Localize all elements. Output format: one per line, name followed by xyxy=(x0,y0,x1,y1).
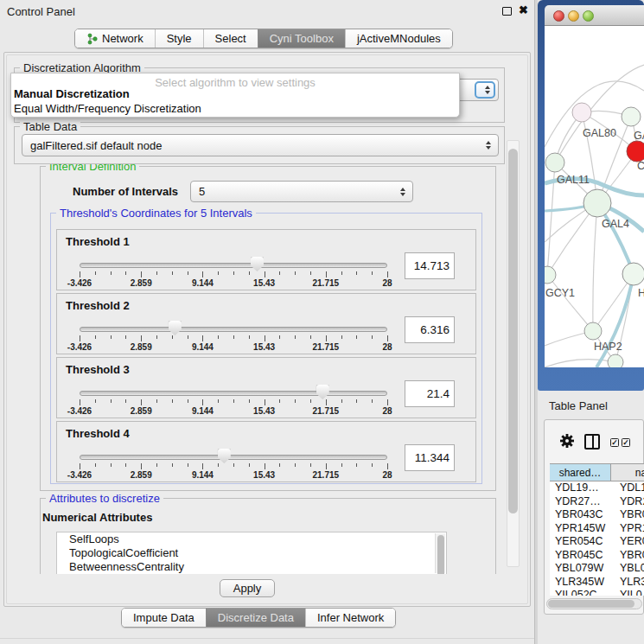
checkbox-icon[interactable]: ✓ xyxy=(610,438,619,447)
network-node[interactable] xyxy=(545,266,556,284)
checkbox-icon[interactable]: ✓ xyxy=(622,438,630,447)
zoom-traffic-light-icon[interactable] xyxy=(583,10,594,22)
combo-stepper-focused[interactable] xyxy=(475,81,495,99)
table-rows: YDL19…YDL1YDR27…YDR2YBR043CYBR0YPR145WYP… xyxy=(550,481,644,596)
main-scrollbar-thumb[interactable] xyxy=(508,149,518,513)
tab-label: Infer Network xyxy=(317,609,384,628)
table-row[interactable]: YBR043CYBR0 xyxy=(550,508,644,522)
node-label: GAL11 xyxy=(557,174,590,186)
numerical-attributes-list[interactable]: SelfLoopsTopologicalCoefficientBetweenne… xyxy=(56,532,447,574)
slider-track[interactable] xyxy=(80,391,387,396)
network-edge[interactable] xyxy=(596,274,634,367)
tick-mark xyxy=(356,463,357,467)
slider-thumb[interactable] xyxy=(169,321,182,335)
table-header-cell[interactable]: na xyxy=(611,464,644,481)
slider-thumb[interactable] xyxy=(218,449,231,463)
tick-mark xyxy=(233,399,234,403)
network-node[interactable] xyxy=(608,354,623,367)
tab-discretize-data[interactable]: Discretize Data xyxy=(206,609,305,627)
tab-jactivemnodules[interactable]: jActiveMNodules xyxy=(345,29,452,48)
horizontal-scrollbar-thumb[interactable] xyxy=(548,600,634,608)
network-edge[interactable] xyxy=(545,360,615,367)
attributes-group: Attributes to discretize Numerical Attri… xyxy=(40,498,496,574)
tick-mark xyxy=(341,271,342,275)
network-node[interactable] xyxy=(627,141,644,162)
tick-mark xyxy=(279,463,280,467)
slider-track[interactable] xyxy=(80,263,387,268)
tab-impute-data[interactable]: Impute Data xyxy=(122,609,206,627)
tab-network[interactable]: Network xyxy=(75,29,155,48)
tick-label: 15.43 xyxy=(239,342,290,352)
table-row[interactable]: YBR045CYBR0 xyxy=(550,549,644,563)
slider-thumb[interactable] xyxy=(316,385,329,399)
network-node[interactable] xyxy=(572,103,591,122)
slider-track[interactable] xyxy=(80,327,387,332)
table-header-cell[interactable]: shared… xyxy=(550,464,611,481)
table-row[interactable]: YER054CYER0 xyxy=(550,535,644,549)
tab-cyni-toolbox[interactable]: Cyni Toolbox xyxy=(258,29,345,48)
table-row[interactable]: YBL079WYBL0 xyxy=(550,562,644,576)
list-scrollbar[interactable] xyxy=(435,533,445,573)
group-label: Table Data xyxy=(20,120,80,133)
list-item-betweennesscentrality[interactable]: BetweennessCentrality xyxy=(57,560,446,574)
table-row[interactable]: YLR345WYLR3 xyxy=(550,576,644,590)
tick-label: 2.859 xyxy=(115,342,167,352)
tab-style[interactable]: Style xyxy=(155,29,203,48)
tick-label: 9.144 xyxy=(176,342,228,352)
network-node[interactable] xyxy=(622,107,641,126)
threshold-value-field[interactable]: 14.713 xyxy=(405,252,455,279)
horizontal-scrollbar[interactable] xyxy=(546,598,642,609)
settings-scroll-area: Interval Definition Number of Intervals … xyxy=(7,164,505,574)
table-row[interactable]: YIL052CYIL0 xyxy=(550,589,644,596)
list-item-topologicalcoefficient[interactable]: TopologicalCoefficient xyxy=(57,546,446,560)
list-item-selfloops[interactable]: SelfLoops xyxy=(57,532,446,546)
table-data-selected-value: galFiltered.sif default node xyxy=(30,139,162,152)
close-icon[interactable]: ✖ xyxy=(519,3,528,16)
popup-item-manual-discretization[interactable]: Manual Discretization xyxy=(14,87,130,100)
table-data-group: Table Data galFiltered.sif default node xyxy=(14,126,505,164)
control-panel: Control Panel ✖ NetworkStyleSelectCyni T… xyxy=(0,0,534,644)
tab-infer-network[interactable]: Infer Network xyxy=(305,609,395,627)
number-of-intervals-combobox[interactable]: 5 xyxy=(190,181,413,202)
slider-track[interactable] xyxy=(80,455,387,460)
network-edge[interactable] xyxy=(593,203,597,331)
float-window-icon[interactable] xyxy=(502,7,512,16)
tab-select[interactable]: Select xyxy=(203,29,258,48)
threshold-value-field[interactable]: 6.316 xyxy=(405,316,455,343)
network-window-titlebar[interactable] xyxy=(545,5,644,26)
threshold-value-field[interactable]: 11.344 xyxy=(405,444,455,471)
combo-stepper-icon xyxy=(400,188,405,196)
tick-label: 2.859 xyxy=(115,470,167,480)
table-cell: YBR0 xyxy=(611,508,644,522)
network-node[interactable] xyxy=(545,153,564,172)
apply-button[interactable]: Apply xyxy=(220,579,275,597)
popup-item-equal-width-frequency-discretization[interactable]: Equal Width/Frequency Discretization xyxy=(14,102,201,115)
threshold-value-field[interactable]: 21.4 xyxy=(405,380,455,407)
table-row[interactable]: YPR145WYPR1 xyxy=(550,522,644,536)
tick-label: 9.144 xyxy=(176,470,228,480)
column-layout-icon[interactable] xyxy=(584,434,600,450)
tick-mark xyxy=(233,271,234,275)
network-node[interactable] xyxy=(584,322,602,340)
slider-thumb[interactable] xyxy=(251,257,264,271)
tick-mark xyxy=(95,399,96,403)
tick-label: 21.715 xyxy=(300,470,352,480)
network-canvas[interactable]: GAL80GACGAL11GAL4GCY1HHAP2 xyxy=(545,26,644,367)
node-label: GAL4 xyxy=(602,218,629,230)
tick-mark xyxy=(80,463,80,469)
tick-mark xyxy=(202,463,203,469)
network-node[interactable] xyxy=(583,189,611,217)
close-traffic-light-icon[interactable] xyxy=(553,10,564,22)
tick-label: 15.43 xyxy=(239,470,290,480)
list-scrollbar-thumb[interactable] xyxy=(437,535,444,574)
table-data-combobox[interactable]: galFiltered.sif default node xyxy=(22,134,499,156)
network-edge[interactable] xyxy=(547,275,593,331)
tick-mark xyxy=(249,399,250,403)
gear-icon[interactable] xyxy=(558,432,576,450)
table-row[interactable]: YDL19…YDL1 xyxy=(550,481,644,495)
tick-mark xyxy=(156,399,157,403)
network-node[interactable] xyxy=(622,263,644,285)
table-row[interactable]: YDR27…YDR2 xyxy=(550,495,644,509)
tick-mark xyxy=(202,335,203,341)
minimize-traffic-light-icon[interactable] xyxy=(568,10,579,22)
